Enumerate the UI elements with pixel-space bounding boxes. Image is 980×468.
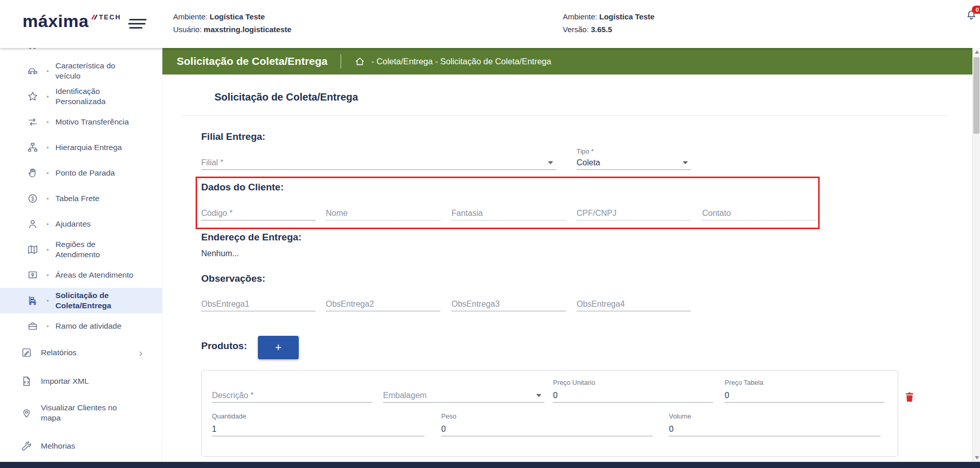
tipo-select[interactable]	[577, 156, 691, 170]
logo-accent-icon	[91, 13, 98, 22]
title-divider	[182, 115, 948, 116]
breadcrumb-home-icon[interactable]	[354, 56, 365, 67]
embalagem-input[interactable]	[383, 389, 544, 403]
observacoes-heading: Observações:	[201, 273, 266, 284]
sidebar-item-ajudantes[interactable]: • Ajudantes	[0, 211, 162, 237]
nome-field[interactable]	[326, 207, 440, 220]
tipo-label: Tipo *	[577, 147, 593, 155]
scrollbar-down-arrow[interactable]	[973, 454, 980, 462]
quantidade-field[interactable]	[212, 423, 424, 436]
preco-tabela-input[interactable]	[725, 389, 885, 403]
brand-sub-text: TECH	[99, 13, 121, 21]
sidebar-menu-list: • Veículos • Característica do veículo •…	[0, 48, 162, 462]
obs-entrega3-field[interactable]	[451, 298, 566, 311]
bullet-icon: •	[46, 246, 49, 254]
hand-truck-icon	[27, 295, 39, 306]
volume-input[interactable]	[669, 423, 880, 436]
scrollbar-thumb[interactable]	[973, 57, 979, 134]
title-separator	[341, 54, 341, 68]
sidebar-item-tabela-frete[interactable]: $ • Tabela Frete	[0, 186, 162, 211]
cpf-cnpj-input[interactable]	[577, 207, 691, 220]
sidebar-item-relatorios[interactable]: Relatórios ›	[0, 339, 162, 366]
versao-value: 3.65.5	[591, 25, 612, 34]
ambiente-value-2: Logística Teste	[600, 12, 655, 21]
fantasia-input[interactable]	[451, 207, 566, 220]
endereco-value: Nenhum...	[201, 249, 239, 258]
car-icon	[27, 65, 39, 77]
nome-input[interactable]	[326, 207, 440, 220]
hierarchy-icon	[27, 142, 39, 153]
sidebar-item-hierarquia-entrega[interactable]: • Hierarquia Entrega	[0, 135, 162, 160]
bullet-icon: •	[46, 169, 49, 177]
menu-toggle-icon[interactable]	[128, 19, 147, 30]
sidebar-item-solicitacao-coleta-entrega[interactable]: • Solicitação de Coleta/Entrega	[0, 288, 162, 313]
area-frame-icon	[27, 269, 39, 281]
sidebar-item-caracteristica-veiculo[interactable]: • Característica do veículo	[0, 58, 162, 84]
contato-input[interactable]	[702, 207, 817, 220]
obs-entrega3-input[interactable]	[451, 298, 566, 311]
sidebar-item-areas-atendimento[interactable]: • Áreas de Atendimento	[0, 262, 162, 288]
top-header: máxima TECH Ambiente:Logística Teste Usu…	[0, 0, 980, 48]
preco-unitario-input[interactable]	[553, 389, 713, 403]
versao-label: Versão:	[563, 25, 589, 34]
contato-field[interactable]	[702, 207, 817, 220]
endereco-heading: Endereço de Entrega:	[201, 232, 301, 243]
codigo-input[interactable]	[201, 207, 316, 220]
vertical-scrollbar[interactable]	[972, 48, 980, 462]
bullet-icon: •	[46, 118, 49, 126]
bullet-icon: •	[46, 272, 49, 279]
sidebar-item-ramo-atividade[interactable]: • Ramo de atividade	[0, 313, 162, 339]
sidebar-item-motivo-transferencia[interactable]: • Motivo Transferência	[0, 109, 162, 135]
money-circle-icon: $	[27, 193, 39, 204]
delete-product-trash-icon[interactable]	[903, 391, 917, 404]
product-card: Preço Unitario Preço Tabela Quantidade P…	[201, 370, 898, 457]
map-pin-icon	[20, 407, 33, 418]
obs-entrega1-input[interactable]	[201, 298, 316, 311]
preco-unitario-label: Preço Unitario	[553, 379, 595, 386]
quantidade-input[interactable]	[212, 423, 424, 436]
page-title: Solicitação de Coleta/Entrega	[177, 55, 327, 67]
descricao-field[interactable]	[212, 389, 372, 403]
peso-input[interactable]	[441, 423, 653, 436]
tipo-input[interactable]	[577, 156, 691, 170]
xml-file-icon	[20, 376, 33, 387]
environment-info-right: Ambiente:Logística Teste Versão:3.65.5	[563, 10, 655, 36]
map-icon	[27, 244, 39, 255]
obs-entrega4-input[interactable]	[577, 298, 691, 311]
notifications-bell-icon[interactable]: 0	[966, 9, 978, 21]
bottom-window-edge	[0, 462, 980, 468]
scrollbar-up-arrow[interactable]	[973, 48, 980, 56]
filial-input[interactable]	[201, 156, 556, 170]
sidebar-item-melhorias[interactable]: Melhorias	[0, 430, 162, 462]
peso-label: Peso	[441, 412, 457, 420]
obs-entrega2-field[interactable]	[326, 298, 440, 311]
embalagem-select[interactable]	[383, 389, 544, 403]
fantasia-field[interactable]	[451, 207, 566, 220]
obs-entrega1-field[interactable]	[201, 298, 316, 311]
sidebar-item-veiculos[interactable]: • Veículos	[0, 48, 162, 58]
preco-unitario-field[interactable]	[553, 389, 713, 403]
descricao-input[interactable]	[212, 389, 372, 403]
sidebar-item-visualizar-clientes-mapa[interactable]: Visualizar Clientes no mapa	[0, 396, 162, 430]
sidebar-item-ponto-de-parada[interactable]: • Ponto de Parada	[0, 160, 162, 186]
add-product-button[interactable]: +	[258, 336, 299, 359]
filial-select[interactable]	[201, 156, 556, 170]
ambiente-value: Logística Teste	[210, 12, 265, 21]
obs-entrega2-input[interactable]	[326, 298, 440, 311]
form-title: Solicitação de Coleta/Entrega	[214, 91, 358, 103]
volume-field[interactable]	[669, 423, 880, 436]
maxima-tech-logo: máxima TECH	[22, 12, 121, 30]
sidebar-item-regioes-atendimento[interactable]: • Regiões de Atendimento	[0, 237, 162, 262]
codigo-field[interactable]	[201, 207, 316, 220]
obs-entrega4-field[interactable]	[577, 298, 691, 311]
environment-info-left: Ambiente:Logística Teste Usuário:maxstri…	[173, 10, 292, 36]
sidebar-item-identificacao-personalizada[interactable]: • Identificação Personalizada	[0, 84, 162, 109]
preco-tabela-field[interactable]	[725, 389, 885, 403]
peso-field[interactable]	[441, 423, 653, 436]
cpf-cnpj-field[interactable]	[577, 207, 691, 220]
usuario-label: Usuário:	[173, 25, 202, 34]
bullet-icon: •	[46, 297, 49, 305]
sidebar-item-importar-xml[interactable]: Importar XML	[0, 366, 162, 396]
usuario-value: maxstring.logisticateste	[204, 25, 292, 34]
main-content: Solicitação de Coleta/Entrega Filial Ent…	[162, 75, 972, 462]
